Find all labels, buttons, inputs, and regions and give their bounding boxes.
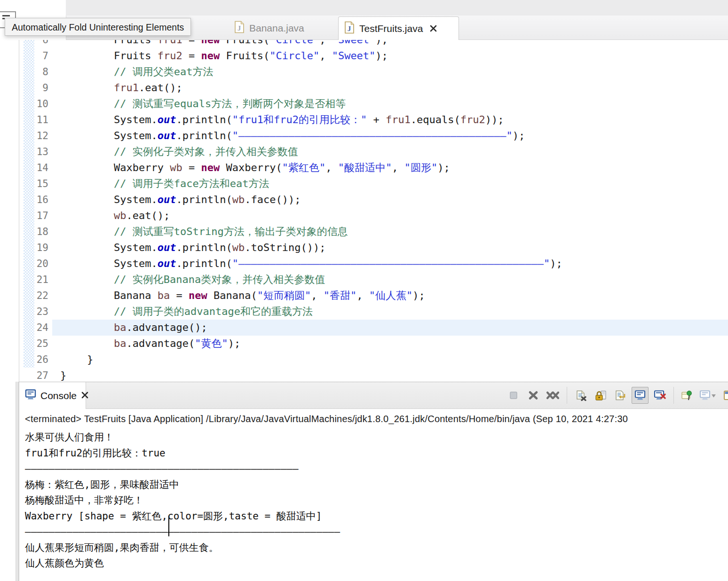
- code-line: 14Waxberry wb = new Waxberry("紫红色", "酸甜适…: [19, 160, 728, 176]
- console-output-line: Waxberry [shape = 紫红色,color=圆形,taste = 酸…: [25, 509, 728, 525]
- remove-launch-button[interactable]: [525, 387, 542, 404]
- line-number: 10: [19, 96, 48, 112]
- line-number: 13: [19, 144, 48, 160]
- console-output[interactable]: 水果可供人们食用！fru1和fru2的引用比较：true————————————…: [19, 429, 728, 572]
- line-number: 24: [19, 320, 48, 336]
- view-trim-band: [16, 382, 19, 581]
- console-output-line: 仙人蕉果形短而稍圆,果肉香甜，可供生食。: [25, 540, 728, 556]
- line-number: 12: [19, 128, 48, 144]
- code-line: 6Fruits fru1 = new Fruits("Circle", "Swe…: [19, 40, 728, 48]
- close-icon[interactable]: [81, 390, 89, 401]
- console-output-line: ————————————————————————————————————————…: [25, 461, 728, 477]
- tab-testfruits-java[interactable]: J TestFruits.java: [338, 16, 459, 40]
- line-number: 25: [19, 336, 48, 352]
- svg-text:J: J: [237, 24, 241, 32]
- console-output-line: fru1和fru2的引用比较：true: [25, 446, 728, 462]
- console-toolbar: [504, 382, 728, 408]
- show-stderr-button[interactable]: [651, 387, 668, 404]
- close-icon[interactable]: [429, 24, 437, 32]
- console-status-line: <terminated> TestFruits [Java Applicatio…: [19, 409, 728, 429]
- code-line: 16System.out.println(wb.face());: [19, 192, 728, 208]
- clear-console-button[interactable]: [572, 387, 589, 404]
- text-caret: [168, 516, 169, 536]
- line-number: 23: [19, 304, 48, 320]
- console-header: Console: [19, 382, 728, 409]
- console-monitor-icon: [25, 389, 36, 402]
- code-line: 12System.out.println("——————————————————…: [19, 128, 728, 144]
- code-line: 21// 实例化Banana类对象，并传入相关参数值: [19, 272, 728, 288]
- line-number: 6: [19, 40, 48, 48]
- scroll-lock-button[interactable]: [592, 387, 609, 404]
- code-line: 10// 测试重写equals方法，判断两个对象是否相等: [19, 96, 728, 112]
- line-number: 7: [19, 48, 48, 64]
- console-output-line: ————————————————————————————————————————…: [25, 524, 728, 540]
- line-number: 18: [19, 224, 48, 240]
- code-line: 24ba.advantage();: [19, 320, 728, 336]
- line-number: 22: [19, 288, 48, 304]
- tab-label: Banana.java: [249, 23, 304, 34]
- word-wrap-button[interactable]: [612, 387, 629, 404]
- code-line: 19System.out.println(wb.toString());: [19, 240, 728, 256]
- line-number: 19: [19, 240, 48, 256]
- code-line: 22Banana ba = new Banana("短而稍圆", "香甜", "…: [19, 288, 728, 304]
- show-stdout-button[interactable]: [632, 387, 649, 404]
- pin-console-button[interactable]: [679, 387, 696, 404]
- code-lines: 6Fruits fru1 = new Fruits("Circle", "Swe…: [19, 40, 728, 382]
- code-line: 9fru1.eat();: [19, 80, 728, 96]
- line-number: 21: [19, 272, 48, 288]
- code-line: 13// 实例化子类对象，并传入相关参数值: [19, 144, 728, 160]
- code-line: 25ba.advantage("黄色");: [19, 336, 728, 352]
- console-output-line: 杨梅酸甜适中，非常好吃！: [25, 493, 728, 509]
- tab-banana-java[interactable]: J Banana.java: [234, 19, 304, 37]
- tooltip-auto-fold: Automatically Fold Uninteresting Element…: [5, 18, 191, 36]
- line-number: 14: [19, 160, 48, 176]
- display-console-button[interactable]: [699, 387, 716, 404]
- java-file-icon: J: [344, 21, 355, 36]
- line-number: 17: [19, 208, 48, 224]
- toolbar-separator: [567, 387, 567, 404]
- console-output-line: 杨梅：紫红色,圆形，果味酸甜适中: [25, 477, 728, 493]
- line-number: 11: [19, 112, 48, 128]
- line-number: 26: [19, 352, 48, 368]
- code-line: 20System.out.println("——————————————————…: [19, 256, 728, 272]
- code-line: 23// 调用子类的advantage和它的重载方法: [19, 304, 728, 320]
- console-tab-label: Console: [40, 390, 77, 401]
- code-line: 18// 测试重写toString方法，输出子类对象的信息: [19, 224, 728, 240]
- svg-text:J: J: [348, 24, 351, 32]
- open-console-button[interactable]: [719, 387, 728, 404]
- code-line: 17wb.eat();: [19, 208, 728, 224]
- line-number: 8: [19, 64, 48, 80]
- dropdown-arrow-icon[interactable]: [712, 391, 716, 400]
- top-chrome-band: [66, 0, 728, 16]
- line-number: 27: [19, 368, 48, 382]
- console-output-line: 仙人蕉颜色为黄色: [25, 556, 728, 572]
- console-view: Console <terminated> TestFruits [Java Ap…: [19, 382, 728, 581]
- code-line: 15// 调用子类face方法和eat方法: [19, 176, 728, 192]
- toolbar-separator: [673, 387, 674, 404]
- line-number: 15: [19, 176, 48, 192]
- code-editor[interactable]: 6Fruits fru1 = new Fruits("Circle", "Swe…: [19, 40, 728, 382]
- remove-all-terminated-button[interactable]: [545, 387, 562, 404]
- java-file-icon: J: [234, 21, 245, 36]
- terminate-button[interactable]: [505, 387, 522, 404]
- line-number: 20: [19, 256, 48, 272]
- code-line: 7Fruits fru2 = new Fruits("Circle", "Swe…: [19, 48, 728, 64]
- line-number: 16: [19, 192, 48, 208]
- line-number: 9: [19, 80, 48, 96]
- tab-console[interactable]: Console: [19, 382, 86, 409]
- code-line: 8// 调用父类eat方法: [19, 64, 728, 80]
- code-line: 26}: [19, 352, 728, 368]
- code-line: 11System.out.println("fru1和fru2的引用比较：" +…: [19, 112, 728, 128]
- tab-label: TestFruits.java: [359, 23, 423, 34]
- code-line: 27}: [19, 368, 728, 382]
- console-output-line: 水果可供人们食用！: [25, 430, 728, 446]
